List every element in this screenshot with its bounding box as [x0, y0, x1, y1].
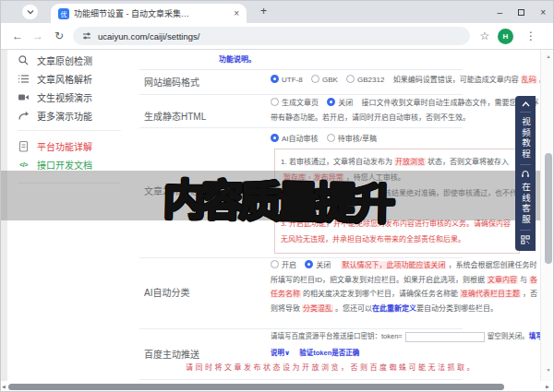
- baidu-push-label: 百度主动推送: [144, 347, 199, 361]
- radio-draft[interactable]: 待审核/草稿: [327, 135, 377, 143]
- sidebar-divider: [18, 130, 121, 131]
- video-camera-icon: [18, 91, 30, 103]
- left-gutter: [1, 50, 7, 391]
- horizontal-scrollbar-thumb[interactable]: [8, 384, 504, 390]
- radio-icon: [327, 134, 335, 142]
- radio-selected-icon: [327, 98, 335, 106]
- new-tab-button[interactable]: +: [260, 5, 267, 18]
- encoding-format-label: 网站编码格式: [144, 75, 199, 89]
- panel-divider: [520, 164, 531, 165]
- panel-divider: [520, 112, 531, 113]
- document-icon: [18, 140, 30, 152]
- token-input[interactable]: [405, 332, 485, 342]
- baidu-token-line: 请填写百度资源平台推送接口密钥：token=留空则关闭。填写: [271, 329, 540, 343]
- radio-classify-off[interactable]: 关闭: [305, 261, 331, 269]
- scroll-up-icon[interactable]: ▲: [541, 53, 554, 59]
- static-html-label: 生成静态HTML: [144, 109, 206, 123]
- baidu-push-warning: 请同时将文章发布状态设为开放浏览，否则百度蜘蛛可能无法抓取。: [186, 361, 455, 375]
- video-tutorial-button[interactable]: 视频教程: [519, 117, 532, 160]
- chevron-down-icon: [27, 9, 34, 15]
- encoding-format-options: UTF-8 GBK GB2312 如果编码设置错误，可能造成文章内容乱码。 自动…: [271, 73, 540, 88]
- radio-static-off[interactable]: 关闭: [327, 99, 353, 107]
- address-bar[interactable]: ucaiyun.com/caiji/settings/: [73, 27, 470, 45]
- radio-classify-on[interactable]: 开启: [271, 261, 296, 269]
- profile-avatar[interactable]: H: [498, 29, 513, 44]
- headset-icon: [521, 170, 530, 178]
- radio-selected-icon: [271, 75, 279, 83]
- tab-search-button[interactable]: [22, 5, 38, 19]
- sidebar-item-style-analysis[interactable]: 文章风格解析: [18, 72, 92, 86]
- collapse-chevron-icon[interactable]: [522, 101, 530, 107]
- browser-toolbar: ← → ↻ ucaiyun.com/caiji/settings/ ☆ H ⋮: [1, 23, 553, 50]
- panel-divider: [520, 230, 531, 231]
- scroll-right-icon[interactable]: ▶: [546, 384, 549, 389]
- code-icon: </>: [18, 159, 30, 171]
- radio-gbk[interactable]: GBK: [311, 76, 338, 84]
- baidu-links-line: 说明∨ 验证token是否正确: [271, 346, 540, 360]
- radio-icon: [271, 260, 279, 268]
- sidebar-item-originality-check[interactable]: 文章原创检测: [18, 53, 92, 67]
- site-favicon-icon: 优: [58, 8, 69, 19]
- radio-icon: [271, 98, 279, 106]
- ai-classify-label: AI自动分类: [144, 285, 189, 299]
- radio-selected-icon: [305, 260, 313, 268]
- back-button[interactable]: ←: [8, 23, 27, 49]
- online-support-button[interactable]: 在线客服: [519, 183, 532, 225]
- window-close-button[interactable]: ×: [540, 7, 546, 18]
- page-content: 文章原创检测 文章风格解析 文生视频演示 更多演示功能 平台功能详解: [1, 50, 553, 391]
- sidebar-item-more-demos[interactable]: 更多演示功能: [18, 109, 92, 123]
- sidebar-item-api-docs[interactable]: </> 接口开发文档: [18, 158, 92, 172]
- share-arrow-icon: [18, 110, 30, 122]
- row-separator: [139, 69, 463, 70]
- sidebar-item-label: 文生视频演示: [37, 90, 92, 104]
- scroll-left-icon[interactable]: ◀: [2, 384, 6, 389]
- encoding-note: 如果编码设置错误，可能造成文章内容: [393, 76, 519, 84]
- vertical-scrollbar-thumb[interactable]: [545, 153, 552, 264]
- radio-utf8[interactable]: UTF-8: [271, 76, 303, 84]
- row-separator: [139, 379, 463, 380]
- tab-strip: 优 功能细节设置 - 自动文章采集… × + – ×: [1, 1, 553, 23]
- radio-selected-icon: [271, 134, 279, 142]
- ai-classify-warning: 默认情况下，此项功能应该关闭: [341, 261, 446, 269]
- feature-description-link[interactable]: 功能说明。: [219, 53, 256, 67]
- forward-button[interactable]: →: [29, 23, 47, 49]
- maximize-button[interactable]: [518, 9, 524, 16]
- watermark-text: 内容质量提升: [163, 165, 391, 231]
- sidebar-item-label: 文章原创检测: [37, 53, 92, 67]
- browser-window: 优 功能细节设置 - 自动文章采集… × + – × ← → ↻ ucaiyun…: [0, 0, 554, 392]
- encoding-note-highlight: 乱码: [521, 76, 537, 84]
- url-text: ucaiyun.com/caiji/settings/: [98, 31, 199, 42]
- sidebar-item-label: 文章风格解析: [37, 72, 92, 86]
- publish-state-options: AI自动审核 待审核/草稿: [271, 132, 540, 147]
- radio-ai-audit[interactable]: AI自动审核: [271, 135, 319, 143]
- sidebar-item-label: 接口开发文档: [37, 158, 92, 172]
- tab-close-icon[interactable]: ×: [234, 8, 239, 18]
- sidebar-item-text-to-video[interactable]: 文生视频演示: [18, 90, 92, 104]
- sidebar-item-platform-features[interactable]: 平台功能详解: [18, 139, 92, 153]
- static-html-options: 生成文章页 关闭 接口文件收到文章时自动生成静态文件，需要您的程序带有静态功能。…: [271, 96, 540, 126]
- vertical-scrollbar[interactable]: ▲ ▼: [540, 50, 554, 381]
- verify-token-link[interactable]: 验证token是否正确: [299, 349, 359, 357]
- qr-code-icon[interactable]: [521, 235, 530, 244]
- reload-button[interactable]: ↻: [50, 23, 68, 49]
- radio-icon: [346, 75, 355, 83]
- active-tab[interactable]: 优 功能细节设置 - 自动文章采集… ×: [51, 4, 247, 23]
- redefine-categories-link[interactable]: 在此重新定义: [372, 304, 416, 313]
- window-controls: – ×: [498, 1, 546, 23]
- sidebar-item-label: 更多演示功能: [37, 109, 92, 123]
- list-icon: [18, 73, 30, 85]
- row-separator: [139, 127, 463, 128]
- radio-generate-page[interactable]: 生成文章页: [271, 99, 319, 107]
- sidebar-item-label: 平台功能详解: [37, 139, 92, 153]
- scroll-down-icon[interactable]: ▼: [541, 367, 554, 373]
- radio-gb2312[interactable]: GB2312: [346, 76, 384, 84]
- browser-menu-icon[interactable]: ⋮: [522, 23, 540, 49]
- horizontal-scrollbar[interactable]: ◀ ▶: [1, 381, 554, 392]
- search-icon: [18, 54, 30, 66]
- minimize-button[interactable]: –: [498, 7, 503, 18]
- bookmark-star-icon[interactable]: ☆: [476, 23, 494, 49]
- site-settings-icon[interactable]: [82, 31, 91, 41]
- fill-instructions-link[interactable]: 说明∨: [271, 349, 290, 357]
- tab-title: 功能细节设置 - 自动文章采集…: [74, 7, 214, 19]
- radio-icon: [311, 75, 319, 83]
